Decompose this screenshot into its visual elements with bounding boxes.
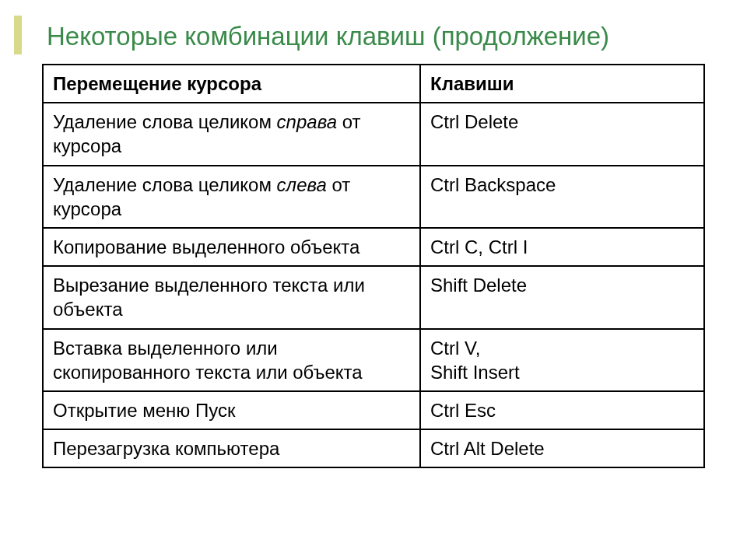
cell-action: Перезагрузка компьютера bbox=[43, 429, 420, 467]
cell-keys: Ctrl Delete bbox=[420, 103, 704, 165]
table-row: Удаление слова целиком слева от курсора … bbox=[43, 166, 704, 228]
table-row: Копирование выделенного объекта Ctrl C, … bbox=[43, 228, 704, 266]
table-row: Вырезание выделенного текста или объекта… bbox=[43, 266, 704, 328]
cell-keys: Ctrl V, Shift Insert bbox=[420, 329, 704, 391]
table-row: Открытие меню Пуск Ctrl Esc bbox=[43, 391, 704, 429]
slide-title: Некоторые комбинации клавиш (продолжение… bbox=[47, 22, 609, 51]
cell-action: Копирование выделенного объекта bbox=[43, 228, 420, 266]
cell-action: Удаление слова целиком слева от курсора bbox=[43, 166, 420, 228]
table-header-row: Перемещение курсора Клавиши bbox=[43, 65, 704, 103]
cell-action: Открытие меню Пуск bbox=[43, 391, 420, 429]
accent-bar bbox=[14, 16, 22, 54]
cell-action: Вырезание выделенного текста или объекта bbox=[43, 266, 420, 328]
table-row: Удаление слова целиком справа от курсора… bbox=[43, 103, 704, 165]
shortcuts-table: Перемещение курсора Клавиши Удаление сло… bbox=[42, 64, 705, 468]
cell-keys: Ctrl C, Ctrl I bbox=[420, 228, 704, 266]
cell-action: Вставка выделенного или скопированного т… bbox=[43, 329, 420, 391]
header-keys: Клавиши bbox=[420, 65, 704, 103]
table-row: Вставка выделенного или скопированного т… bbox=[43, 329, 704, 391]
table-row: Перезагрузка компьютера Ctrl Alt Delete bbox=[43, 429, 704, 467]
shortcuts-table-container: Перемещение курсора Клавиши Удаление сло… bbox=[42, 64, 703, 468]
cell-action: Удаление слова целиком справа от курсора bbox=[43, 103, 420, 165]
cell-keys: Ctrl Backspace bbox=[420, 166, 704, 228]
cell-keys: Ctrl Esc bbox=[420, 391, 704, 429]
cell-keys: Shift Delete bbox=[420, 266, 704, 328]
cell-keys: Ctrl Alt Delete bbox=[420, 429, 704, 467]
header-action: Перемещение курсора bbox=[43, 65, 420, 103]
